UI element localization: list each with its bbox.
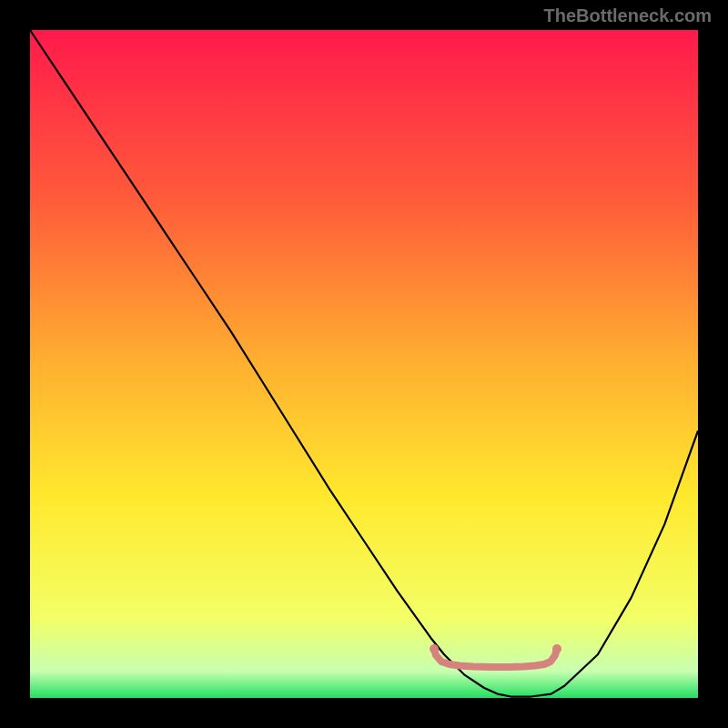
chart-gradient-bg [30,30,698,698]
bottleneck-chart [0,0,728,728]
flat-zone-endcap [430,644,439,653]
watermark-text: TheBottleneck.com [544,5,712,26]
chart-svg [0,0,728,728]
flat-zone-endcap [552,644,561,653]
